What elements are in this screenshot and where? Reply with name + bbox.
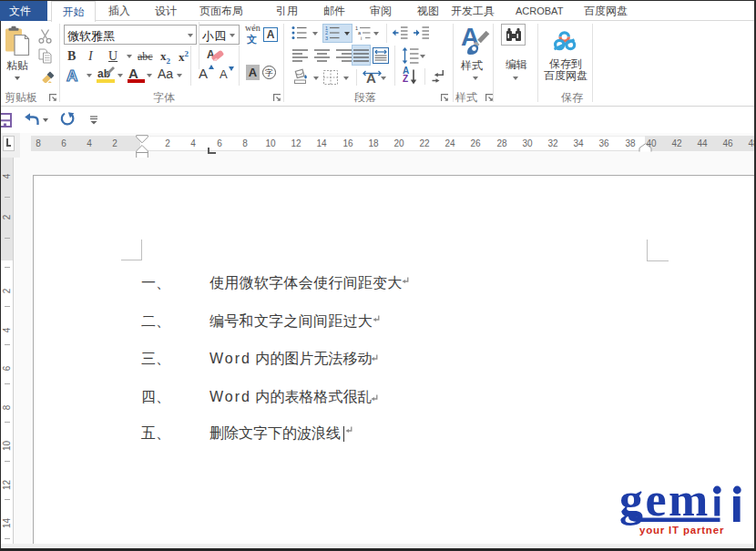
svg-text:3: 3 xyxy=(325,36,328,41)
svg-text:i: i xyxy=(361,36,362,40)
